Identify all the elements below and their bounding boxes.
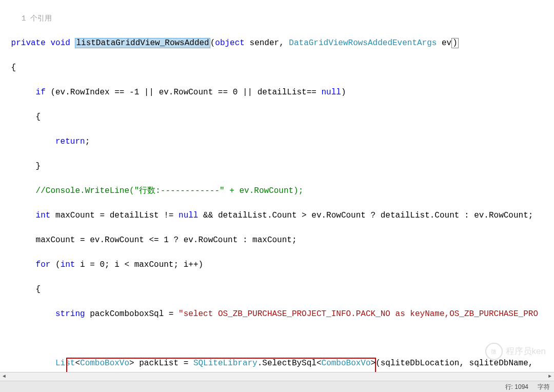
method-name-highlight[interactable]: listDataGriddView_RowsAdded	[75, 38, 210, 48]
code-line: string packComboboxSql = "select OS_ZB_P…	[6, 308, 554, 320]
status-char: 字符	[538, 381, 550, 393]
horizontal-scrollbar[interactable]: ◄ ►	[0, 372, 554, 381]
code-line: int maxCount = detailList != null && det…	[6, 209, 554, 222]
code-line: private void listDataGriddView_RowsAdded…	[6, 37, 554, 49]
code-line: //Console.WriteLine("行数:------------" + …	[6, 185, 554, 197]
reference-count[interactable]: 1 个引用	[6, 12, 554, 25]
code-editor[interactable]: 1 个引用 private void listDataGriddView_Row…	[0, 0, 554, 381]
matching-paren: )	[451, 38, 459, 48]
code-line: List<ComboBoxVo> packList = SQLiteLibrar…	[6, 357, 554, 369]
status-bar: 行: 1094 字符	[0, 381, 554, 392]
scroll-left-icon[interactable]: ◄	[0, 373, 8, 380]
code-line: }	[6, 160, 554, 172]
scroll-track[interactable]	[8, 373, 546, 380]
code-line: {	[6, 111, 554, 123]
code-line: maxCount = ev.RowCount <= 1 ? ev.RowCoun…	[6, 234, 554, 246]
code-line: {	[6, 283, 554, 296]
status-line: 行: 1094	[505, 381, 528, 393]
code-line	[6, 332, 554, 345]
code-line: for (int i = 0; i < maxCount; i++)	[6, 259, 554, 271]
scroll-right-icon[interactable]: ►	[546, 373, 554, 380]
code-line: if (ev.RowIndex == -1 || ev.RowCount == …	[6, 86, 554, 99]
code-content[interactable]: 1 个引用 private void listDataGriddView_Row…	[6, 0, 554, 381]
code-line: return;	[6, 135, 554, 148]
code-line: {	[6, 62, 554, 74]
